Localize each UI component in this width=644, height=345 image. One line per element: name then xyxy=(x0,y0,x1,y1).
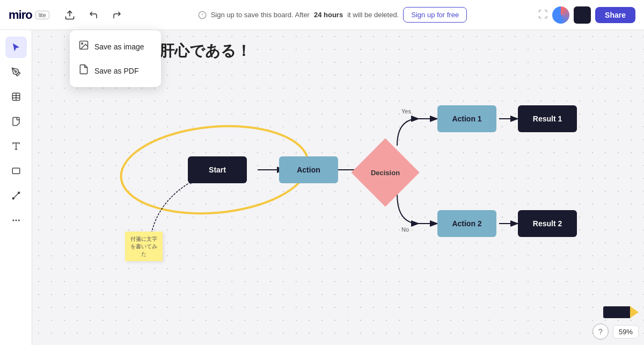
zoom-level[interactable]: 59% xyxy=(613,325,639,339)
svg-text:Yes: Yes xyxy=(401,108,411,114)
export-dropdown: Save as image Save as PDF xyxy=(70,30,161,87)
start-node[interactable]: Start xyxy=(188,156,247,183)
pencil-tool[interactable] xyxy=(603,306,639,318)
notice-text: Sign up to save this board. After xyxy=(211,11,310,19)
note-tool[interactable] xyxy=(5,111,27,132)
header-notice: Sign up to save this board. After 24 hou… xyxy=(131,7,534,23)
help-button[interactable]: ? xyxy=(592,324,609,340)
sticky-note[interactable]: 付箋に文字を書いてみた xyxy=(125,232,163,261)
svg-point-14 xyxy=(18,192,19,193)
action2-node[interactable]: Action 2 xyxy=(437,210,496,237)
color-swatch[interactable] xyxy=(574,6,591,24)
action1-node[interactable]: Action 1 xyxy=(437,105,496,132)
signup-button[interactable]: Sign up for free xyxy=(403,7,467,23)
pencil-color xyxy=(603,306,630,318)
text-tool[interactable] xyxy=(5,135,27,157)
svg-point-15 xyxy=(12,220,14,221)
logo-text: miro xyxy=(9,8,32,22)
more-tools[interactable] xyxy=(5,210,27,231)
decision-label: Decision xyxy=(371,169,400,177)
logo-badge: lite xyxy=(35,11,49,19)
image-icon xyxy=(78,40,89,53)
logo: miro lite xyxy=(9,8,49,22)
svg-point-17 xyxy=(18,220,19,221)
avatar[interactable] xyxy=(552,6,569,24)
pen-tool[interactable] xyxy=(5,61,27,83)
result1-node[interactable]: Result 1 xyxy=(518,105,577,132)
rectangle-tool[interactable] xyxy=(5,160,27,182)
cursor-icon: ⛶ xyxy=(538,9,548,20)
pdf-icon xyxy=(78,64,89,77)
svg-point-16 xyxy=(15,220,17,221)
undo-button[interactable] xyxy=(84,5,103,25)
svg-rect-11 xyxy=(12,168,20,174)
select-tool[interactable] xyxy=(5,37,27,58)
table-tool[interactable] xyxy=(5,86,27,107)
line-tool[interactable] xyxy=(5,185,27,206)
bottom-bar: ? 59% xyxy=(592,324,639,340)
save-as-pdf-item[interactable]: Save as PDF xyxy=(70,59,161,83)
svg-point-19 xyxy=(82,43,83,45)
notice-end: it will be deleted. xyxy=(347,11,399,19)
header-right: ⛶ Share xyxy=(538,6,635,24)
action-node[interactable]: Action xyxy=(279,156,338,183)
svg-point-13 xyxy=(12,198,14,199)
svg-text:No: No xyxy=(401,226,409,233)
save-as-pdf-label: Save as PDF xyxy=(94,67,138,75)
save-as-image-label: Save as image xyxy=(94,42,144,51)
result2-node[interactable]: Result 2 xyxy=(518,210,577,237)
toolbar: miro lite Sign up to save this board. Af… xyxy=(0,0,644,30)
left-sidebar xyxy=(0,30,32,345)
export-button[interactable] xyxy=(60,5,79,25)
decision-node[interactable]: Decision xyxy=(358,146,412,199)
notice-bold: 24 hours xyxy=(314,11,343,19)
share-button[interactable]: Share xyxy=(595,7,635,23)
redo-button[interactable] xyxy=(107,5,127,25)
save-as-image-item[interactable]: Save as image xyxy=(70,34,161,59)
pencil-tip xyxy=(630,306,639,318)
svg-point-4 xyxy=(14,71,16,73)
